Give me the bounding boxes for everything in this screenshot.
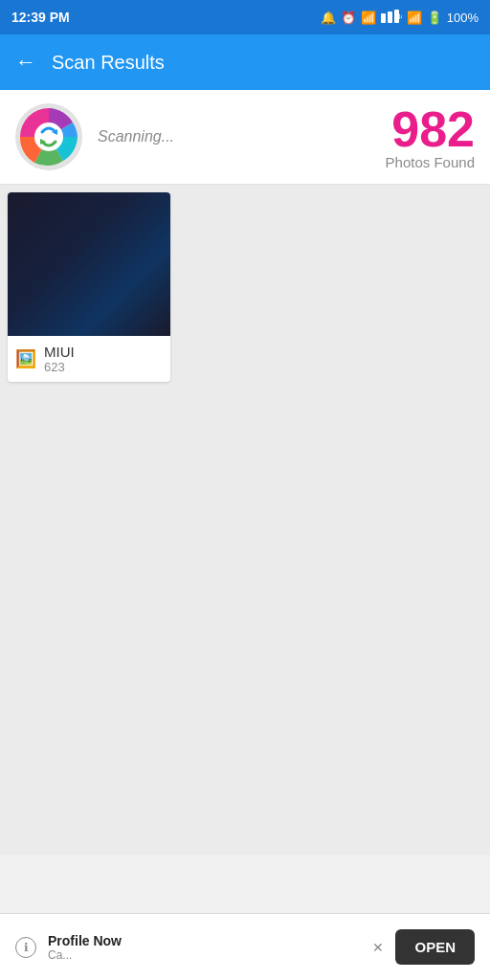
- photos-label: Photos Found: [386, 154, 475, 170]
- ad-title: Profile Now: [48, 933, 361, 948]
- status-icons: 🔔 ⏰ 📶 4G 📶 🔋 100%: [321, 10, 479, 26]
- folder-details: MIUI 623: [44, 344, 75, 374]
- app-bar: ← Scan Results: [0, 34, 490, 90]
- scanning-text: Scanning...: [98, 128, 370, 145]
- folder-info: 🖼️ MIUI 623: [8, 336, 170, 382]
- photos-count: 982: [386, 104, 475, 154]
- ad-subtitle: Ca...: [48, 948, 361, 962]
- content-area: 🖼️ MIUI 623: [0, 185, 490, 855]
- ad-close-icon[interactable]: ✕: [372, 940, 384, 955]
- battery-percentage: 100%: [447, 11, 479, 25]
- folder-thumbnail: [8, 192, 170, 336]
- battery-icon: 🔋: [427, 11, 442, 25]
- folder-count: 623: [44, 360, 75, 374]
- svg-rect-1: [388, 11, 392, 23]
- data-icon: 4G: [381, 10, 402, 26]
- ad-info-icon: ℹ: [15, 937, 36, 958]
- status-time: 12:39 PM: [11, 10, 70, 25]
- signal-icon: 📶: [361, 11, 376, 25]
- scan-status-row: Scanning... 982 Photos Found: [0, 90, 490, 185]
- folder-name: MIUI: [44, 344, 75, 360]
- back-button[interactable]: ←: [15, 50, 36, 75]
- wifi-icon: 📶: [407, 11, 422, 25]
- photos-found-group: 982 Photos Found: [386, 104, 475, 170]
- ad-open-button[interactable]: OPEN: [395, 929, 475, 965]
- folder-card[interactable]: 🖼️ MIUI 623: [8, 192, 170, 382]
- folder-icon: 🖼️: [15, 348, 36, 369]
- ad-banner: ℹ Profile Now Ca... ✕ OPEN: [0, 913, 490, 980]
- ad-text-group: Profile Now Ca...: [48, 933, 361, 962]
- bell-icon: 🔔: [321, 11, 336, 25]
- svg-text:4G: 4G: [397, 13, 402, 20]
- app-logo: [15, 103, 82, 170]
- status-bar: 12:39 PM 🔔 ⏰ 📶 4G 📶 🔋 100%: [0, 0, 490, 34]
- alarm-icon: ⏰: [341, 11, 356, 25]
- svg-rect-0: [381, 13, 386, 23]
- app-bar-title: Scan Results: [52, 52, 165, 74]
